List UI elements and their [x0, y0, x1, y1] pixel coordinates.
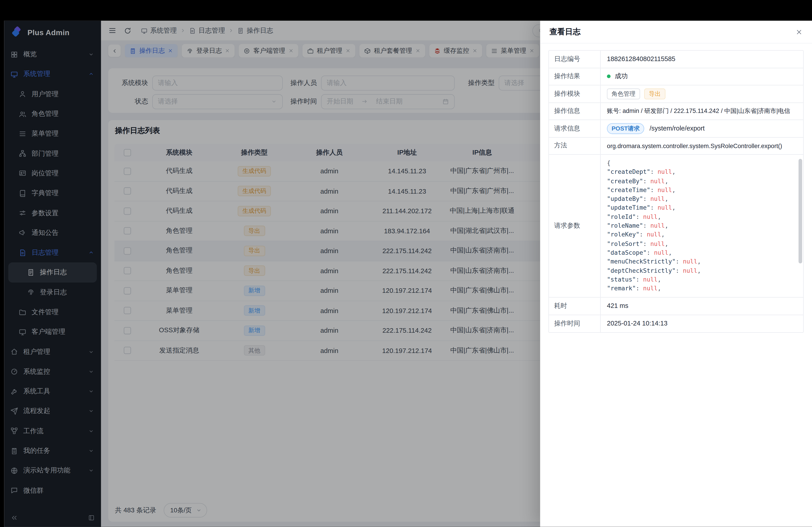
request-params-cell: { "createDept": null, "createBy": null, …	[601, 155, 803, 297]
detail-row: 操作信息 账号: admin / 研发部门 / 222.175.114.242 …	[549, 103, 803, 120]
close-icon[interactable]	[796, 28, 803, 35]
log-id-value: 1882612840802115585	[601, 51, 803, 67]
duration-value: 421 ms	[601, 298, 803, 314]
success-status-dot	[607, 75, 611, 78]
oper-time-value: 2025-01-24 10:14:13	[601, 315, 803, 332]
oper-info-value: 账号: admin / 研发部门 / 222.175.114.242 / 中国|…	[601, 103, 803, 120]
detail-row: 请求参数 { "createDept": null, "createBy": n…	[549, 155, 803, 298]
detail-row: 操作结果 成功	[549, 68, 803, 86]
detail-row: 操作模块 角色管理 导出	[549, 86, 803, 103]
app-window: Plus Admin 概览系统管理用户管理角色管理菜单管理部门管理岗位管理字典管…	[4, 21, 812, 527]
drawer-header: 查看日志	[540, 21, 812, 44]
module-tag: 角色管理	[607, 88, 640, 99]
request-params-code: { "createDept": null, "createBy": null, …	[607, 159, 798, 293]
detail-row: 日志编号 1882612840802115585	[549, 51, 803, 68]
view-log-drawer: 查看日志 日志编号 1882612840802115585 操作结果 成功 操作…	[540, 21, 812, 527]
detail-row: 请求信息 POST请求 /system/role/export	[549, 120, 803, 137]
scrollbar-thumb[interactable]	[798, 159, 802, 264]
request-info-value: POST请求 /system/role/export	[601, 120, 803, 137]
detail-row: 方法 org.dromara.system.controller.system.…	[549, 137, 803, 155]
detail-row: 操作时间 2025-01-24 10:14:13	[549, 315, 803, 332]
oper-module-value: 角色管理 导出	[601, 86, 803, 102]
oper-result-value: 成功	[601, 68, 803, 85]
request-url: /system/role/export	[650, 125, 705, 132]
post-method-tag: POST请求	[607, 123, 644, 134]
method-value: org.dromara.system.controller.system.Sys…	[601, 137, 803, 154]
log-detail-table: 日志编号 1882612840802115585 操作结果 成功 操作模块 角色…	[548, 50, 804, 333]
screen: Plus Admin 概览系统管理用户管理角色管理菜单管理部门管理岗位管理字典管…	[0, 0, 812, 527]
drawer-title: 查看日志	[549, 27, 581, 37]
detail-row: 耗时 421 ms	[549, 298, 803, 315]
export-tag: 导出	[644, 88, 665, 99]
